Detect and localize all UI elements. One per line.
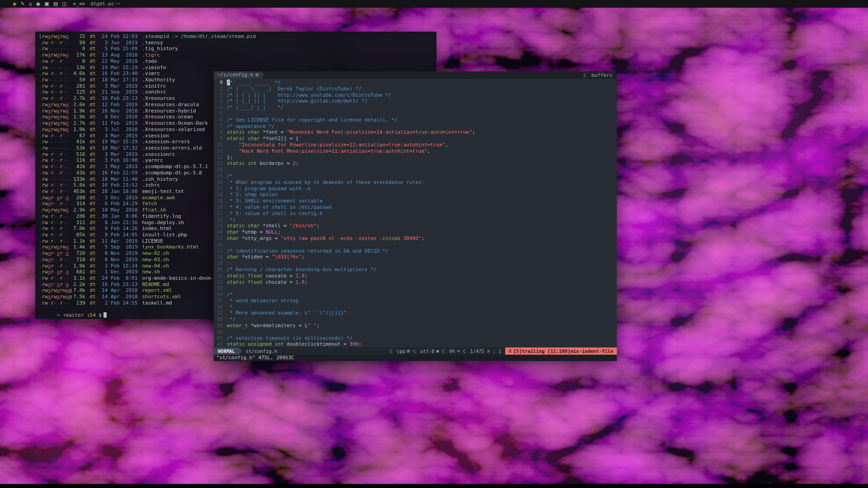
file-name: index.html	[142, 225, 172, 231]
file-name: .viminfo	[142, 65, 166, 70]
editor-window[interactable]: ~/s/config.h ⊞ buffers 0/* ____ _____ */…	[214, 71, 617, 361]
file-name: lynx_bookmarks.html	[142, 244, 199, 250]
file-size: 516	[70, 151, 85, 158]
file-owner: dt	[90, 164, 96, 170]
file-owner: dt	[90, 238, 96, 244]
file-name: .Xresources-Ocean-Dark	[142, 120, 208, 126]
file-size: 133k	[70, 176, 85, 183]
code-line: 14	[214, 167, 617, 173]
terminal-cursor	[103, 312, 107, 318]
code-line: 39wchar_t *worddelimiters = L" ";	[214, 323, 617, 329]
buffers-tab[interactable]: buffers	[587, 72, 617, 78]
file-size: 43k	[70, 170, 85, 176]
file-name: .xsession	[142, 133, 169, 139]
file-permissions: .rwxrwxrwx	[39, 108, 70, 114]
bank-icon[interactable]: ⌂	[29, 0, 32, 8]
prompt-dir: ~	[57, 312, 63, 318]
file-permissions: .rw-------	[39, 65, 70, 71]
folder-icon[interactable]: ▤	[53, 0, 58, 8]
file-permissions: .rw-r--r--	[39, 275, 70, 282]
line-number: 26	[214, 242, 223, 248]
line-number: 27	[214, 248, 223, 254]
file-name: fidentify.log	[142, 213, 181, 219]
line-number: 23	[214, 223, 223, 229]
file-permissions: .rw-r--r--	[39, 188, 70, 195]
file-size: 7.0k	[70, 287, 85, 294]
command-line: "st/config.h" 475L, 20953C	[214, 355, 617, 361]
file-date: 5 Sep 2019	[102, 244, 137, 250]
file-owner: dt	[90, 170, 96, 176]
symlink-arrow-icon: ->	[169, 33, 181, 39]
prompt-behind: ↓54	[87, 312, 99, 318]
file-name: .yarnrc	[142, 157, 163, 163]
line-number: 36	[214, 304, 223, 310]
code-line: 6/* See LICENSE file for copyright and l…	[214, 117, 617, 123]
code-line: 2/* | | | || | http://www.youtube.com/c/…	[214, 92, 617, 99]
file-owner: dt	[90, 257, 96, 263]
file-size: 718	[70, 257, 85, 263]
file-owner: dt	[90, 83, 96, 89]
tab-config-h[interactable]: ~/s/config.h ⊞	[214, 71, 261, 79]
file-date: 18 Mar 17:32	[102, 145, 137, 151]
file-date: 24 Feb 22:03	[102, 33, 137, 40]
launcher-icon[interactable]: ◈	[13, 0, 16, 8]
file-owner: dt	[90, 89, 96, 95]
file-name: insult-list.php	[142, 232, 187, 238]
code-line: 4/* |____/ |_| */	[214, 104, 617, 111]
file-row: .rw-r--r--99dt 3 Jun 2019.teensy	[39, 40, 436, 46]
file-date: 19 Mar 15:29	[102, 139, 137, 145]
file-date: 9 Feb 14:05	[102, 232, 137, 238]
file-name: .xsession-errors	[142, 139, 190, 145]
file-owner: dt	[90, 46, 96, 52]
line-number: 20	[214, 204, 223, 211]
file-date: 24 Feb 8:01	[102, 275, 137, 282]
chip-icon[interactable]: ◫	[62, 0, 66, 8]
file-owner: dt	[90, 52, 96, 58]
pen-icon[interactable]: ✎	[20, 0, 24, 8]
file-date: 30 Jan 8:06	[102, 213, 137, 220]
line-number: 31	[214, 273, 223, 279]
file-size: 53k	[70, 145, 85, 151]
camera-icon[interactable]: ◉	[36, 0, 41, 8]
display-icon[interactable]: ▣	[44, 0, 49, 8]
code-line: 23static char *shell = "/bin/sh";	[214, 223, 617, 229]
code-line: 29	[214, 260, 617, 267]
line-number: 14	[214, 167, 223, 173]
file-date: 18 Mar 11:48	[102, 176, 137, 183]
file-permissions: .rw-------	[39, 139, 70, 145]
file-size: 2.2k	[70, 282, 85, 288]
file-size: 139	[70, 300, 85, 306]
code-line: 36 *	[214, 304, 617, 310]
line-number: 7	[214, 123, 223, 130]
line-number: 29	[214, 260, 223, 267]
code-line: 5	[214, 111, 617, 117]
file-permissions: .rw-r--r--	[39, 157, 70, 164]
file-permissions: .rwxr--r--	[39, 201, 70, 207]
file-name: .zcompdump-dt-pc-5.7.1	[142, 164, 208, 169]
file-name: .Xresources-ocean	[142, 114, 193, 120]
file-date: 6 Feb 14:29	[102, 201, 137, 207]
file-owner: dt	[90, 58, 96, 65]
code-line: 19 * 3: SHELL environment variable	[214, 198, 617, 204]
file-permissions: .rw-r--r--	[39, 70, 70, 77]
file-name: new.sh	[142, 269, 160, 275]
file-permissions: .rwxrwxrwx	[39, 102, 70, 108]
file-permissions: .rw-r--r--	[39, 170, 70, 176]
status-text: 0%	[449, 347, 455, 355]
file-name: .steampid	[142, 33, 169, 39]
file-owner: dt	[90, 102, 96, 108]
file-date: 22 May 2019	[102, 58, 137, 65]
code-line: 40	[214, 329, 617, 335]
file-date: 28 Jan 18:08	[102, 188, 137, 195]
file-date: 14 Apr 2018	[102, 287, 137, 294]
file-owner: dt	[90, 65, 96, 71]
status-text: [5]trailing [11:100]mix-indent-file	[513, 347, 613, 355]
code-area[interactable]: 0/* ____ _____ */1/* | _ \_ _| Derek Tay…	[214, 79, 617, 347]
line-number: 1	[214, 86, 223, 92]
file-size: 99	[70, 40, 85, 46]
code-line: 11 "Hack Nerd Font Mono:pixelsize=11:ant…	[214, 148, 617, 155]
line-number: 19	[214, 198, 223, 204]
file-owner: dt	[90, 201, 96, 207]
file-permissions: .rwxr-xr-x	[39, 269, 70, 275]
file-permissions: .rwxrwxrwx	[39, 207, 70, 213]
